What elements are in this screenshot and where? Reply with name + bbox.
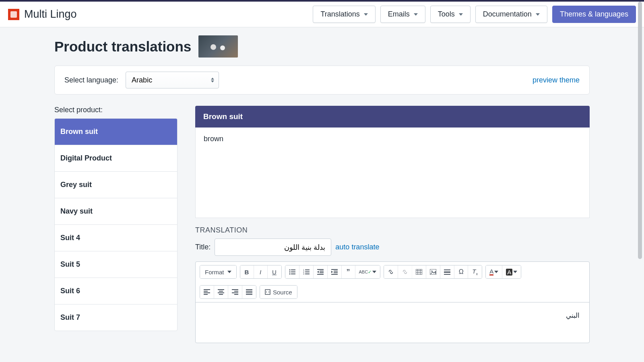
italic-icon: I (260, 269, 261, 276)
bold-button[interactable]: B (240, 265, 254, 278)
translation-main: Brown suit brown TRANSLATION Title: auto… (195, 106, 590, 343)
horizontal-rule-button[interactable] (440, 265, 454, 278)
omega-icon: Ω (459, 268, 464, 276)
translation-title-row: Title: auto translate (195, 239, 590, 256)
svg-rect-12 (317, 269, 324, 270)
product-item[interactable]: Suit 7 (55, 304, 177, 331)
brand: Multi Lingo (8, 8, 77, 21)
content-columns: Select product: Brown suitDigital Produc… (54, 106, 590, 343)
outdent-icon (317, 269, 324, 275)
svg-rect-30 (444, 272, 450, 273)
svg-rect-29 (444, 269, 450, 270)
spellcheck-button[interactable]: ABC✓ (355, 265, 380, 278)
bullet-list-button[interactable] (285, 265, 299, 278)
text-color-icon: A (489, 268, 493, 276)
underline-button[interactable]: U (268, 265, 281, 278)
svg-rect-47 (246, 294, 252, 295)
caret-down-icon (227, 271, 231, 273)
source-body: brown (195, 128, 590, 218)
image-button[interactable] (426, 265, 440, 278)
svg-rect-22 (416, 269, 422, 275)
product-item[interactable]: Suit 5 (55, 251, 177, 278)
product-item[interactable]: Digital Product (55, 145, 177, 172)
svg-rect-34 (204, 292, 210, 293)
format-dropdown[interactable]: Format (200, 265, 236, 278)
svg-rect-45 (246, 291, 252, 292)
svg-rect-14 (320, 272, 324, 273)
editor-body[interactable]: البني (196, 302, 589, 343)
italic-button[interactable]: I (254, 265, 268, 278)
product-item[interactable]: Suit 4 (55, 225, 177, 251)
bullet-list-icon (289, 269, 295, 275)
svg-rect-43 (234, 294, 238, 295)
product-item[interactable]: Brown suit (55, 119, 177, 145)
unlink-button[interactable] (398, 265, 412, 278)
align-left-button[interactable] (200, 286, 214, 298)
align-right-icon (232, 289, 238, 295)
align-justify-button[interactable] (242, 286, 256, 298)
language-select[interactable]: Arabic (126, 72, 219, 88)
product-list: Brown suitDigital ProductGrey suitNavy s… (54, 118, 178, 331)
svg-rect-1 (291, 269, 295, 270)
rich-text-editor: Format B I U 123 (195, 261, 590, 343)
indent-button[interactable] (328, 265, 342, 278)
source-button[interactable]: Source (260, 286, 297, 298)
brand-icon (8, 9, 19, 20)
bold-icon: B (245, 269, 249, 276)
svg-rect-13 (320, 271, 324, 272)
product-item[interactable]: Navy suit (55, 198, 177, 225)
product-item[interactable]: Suit 6 (55, 278, 177, 304)
translation-title-input[interactable] (215, 239, 331, 256)
select-product-label: Select product: (54, 106, 178, 114)
svg-rect-35 (204, 294, 208, 295)
scrollbar-thumb[interactable] (638, 2, 642, 259)
auto-translate-link[interactable]: auto translate (335, 243, 379, 251)
language-bar: Select language: Arabic preview theme (54, 66, 590, 95)
vertical-scrollbar[interactable] (637, 2, 643, 362)
svg-point-4 (289, 274, 290, 275)
toolbar-group-text-style: B I U (240, 265, 282, 279)
svg-rect-11 (305, 274, 310, 274)
nav-tools[interactable]: Tools (430, 6, 471, 23)
translation-section-label: TRANSLATION (195, 226, 590, 234)
blockquote-button[interactable]: ” (342, 265, 355, 278)
align-right-button[interactable] (228, 286, 242, 298)
svg-rect-44 (246, 289, 252, 290)
source-button-label: Source (273, 289, 292, 296)
numbered-list-icon: 123 (303, 269, 310, 275)
text-color-button[interactable]: A (486, 265, 502, 278)
product-item[interactable]: Grey suit (55, 172, 177, 198)
language-select-wrap: Arabic (126, 72, 219, 88)
table-icon (416, 269, 422, 275)
nav-themes-languages[interactable]: Themes & languages (552, 6, 636, 23)
svg-rect-38 (218, 292, 224, 293)
outdent-button[interactable] (314, 265, 328, 278)
toolbar-group-lists: 123 ” ABC✓ (285, 265, 381, 279)
toolbar-group-insert: Ω Tx (384, 265, 482, 279)
svg-rect-17 (331, 269, 338, 270)
nav-documentation[interactable]: Documentation (475, 6, 547, 23)
editor-toolbar: Format B I U 123 (196, 262, 589, 302)
svg-point-0 (289, 269, 290, 271)
svg-rect-9 (305, 272, 310, 272)
preview-theme-link[interactable]: preview theme (533, 76, 580, 84)
page-title: Product translations (54, 39, 191, 55)
table-button[interactable] (412, 265, 426, 278)
svg-rect-32 (204, 289, 210, 290)
svg-marker-21 (331, 271, 333, 273)
align-center-icon (218, 289, 224, 295)
nav-emails[interactable]: Emails (380, 6, 425, 23)
align-center-button[interactable] (214, 286, 228, 298)
svg-rect-18 (334, 271, 338, 272)
caret-down-icon (513, 271, 517, 273)
numbered-list-button[interactable]: 123 (299, 265, 314, 278)
special-char-button[interactable]: Ω (454, 265, 468, 278)
align-justify-icon (246, 289, 252, 295)
language-bar-left: Select language: Arabic (64, 72, 219, 88)
clear-format-button[interactable]: Tx (468, 265, 482, 278)
caret-down-icon (364, 13, 368, 16)
link-button[interactable] (384, 265, 398, 278)
caret-down-icon (536, 13, 540, 16)
bg-color-button[interactable]: A (502, 265, 521, 278)
nav-translations[interactable]: Translations (313, 6, 375, 23)
